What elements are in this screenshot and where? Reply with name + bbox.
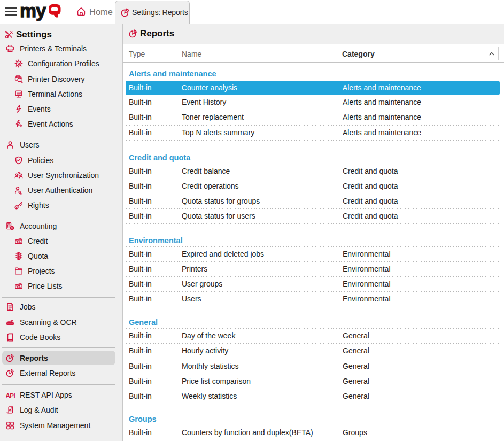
svg-text:API: API <box>6 392 15 399</box>
